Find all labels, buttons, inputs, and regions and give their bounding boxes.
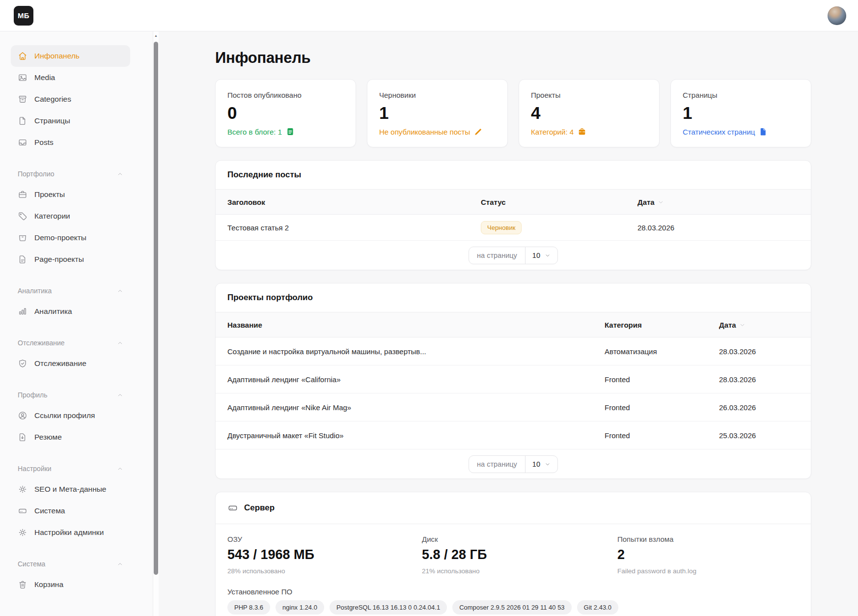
sidebar-item-system[interactable]: Система xyxy=(11,500,130,522)
scrollbar-up-arrow-icon[interactable]: ▲ xyxy=(153,33,159,38)
sidebar-nav: Инфопанель Media Categories Страницы Pos… xyxy=(11,45,130,595)
sidebar-item-label: Корзина xyxy=(34,580,63,589)
sidebar-item-projects[interactable]: Проекты xyxy=(11,184,130,205)
column-header-category: Категория xyxy=(605,321,719,329)
stat-footer-label: Статических страниц xyxy=(683,128,755,136)
sidebar-item-label: Инфопанель xyxy=(34,52,80,60)
app-root: МБ Инфопанель Media Categories xyxy=(0,0,858,616)
stat-value: 4 xyxy=(531,104,647,121)
project-name-cell: Адаптивный лендинг «California» xyxy=(227,375,605,384)
section-header-settings[interactable]: Настройки xyxy=(11,465,130,473)
software-badge: Composer 2.9.5 2026 01 29 11 40 53 xyxy=(452,600,571,615)
section-header-tracking[interactable]: Отслеживание xyxy=(11,339,130,347)
post-status-cell: Черновик xyxy=(481,221,637,234)
column-header-status: Статус xyxy=(481,198,637,206)
table-row[interactable]: Адаптивный лендинг «Nike Air Mag» Fronte… xyxy=(216,393,811,421)
project-date-cell: 28.03.2026 xyxy=(719,347,799,356)
per-page-control[interactable]: на страницу 10 xyxy=(469,247,558,264)
sidebar-item-seo-meta[interactable]: SEO и Мета-данные xyxy=(11,478,130,500)
per-page-select[interactable]: 10 xyxy=(526,456,557,473)
inbox-icon xyxy=(18,138,28,147)
server-stat-value: 5.8 / 28 ГБ xyxy=(422,547,617,562)
server-stat-label: Попытки взлома xyxy=(617,535,799,543)
sidebar-item-dashboard[interactable]: Инфопанель xyxy=(11,45,130,67)
sidebar-section-profile: Профиль Ссылки профиля Резюме xyxy=(11,391,130,448)
stat-footer-label: Категорий: 4 xyxy=(531,128,574,136)
sidebar-item-label: Аналитика xyxy=(34,307,72,316)
image-icon xyxy=(18,73,28,83)
stat-footer-link[interactable]: Не опубликованные посты xyxy=(379,127,496,136)
table-row[interactable]: Тестовая статья 2 Черновик 28.03.2026 xyxy=(216,215,811,241)
sidebar-item-portfolio-categories[interactable]: Категории xyxy=(11,205,130,227)
home-icon xyxy=(18,51,28,61)
sidebar-item-label: Система xyxy=(34,506,65,515)
section-header-profile[interactable]: Профиль xyxy=(11,391,130,399)
stat-footer-link[interactable]: Статических страниц xyxy=(683,127,799,136)
bar-chart-icon xyxy=(18,307,28,316)
column-header-date-sort[interactable]: Дата xyxy=(637,198,799,206)
column-header-label: Дата xyxy=(719,321,736,329)
chevron-up-icon xyxy=(117,466,123,472)
sidebar-section-portfolio: Портфолио Проекты Категории Demo-проекты xyxy=(11,170,130,270)
stat-footer-link[interactable]: Категорий: 4 xyxy=(531,127,647,136)
sidebar-item-label: Categories xyxy=(34,95,71,104)
sidebar-section-tracking: Отслеживание Отслеживание xyxy=(11,339,130,374)
scrollbar-thumb[interactable] xyxy=(154,42,158,575)
server-stat-disk: Диск 5.8 / 28 ГБ 21% использовано xyxy=(422,535,617,575)
table-row[interactable]: Двустраничный макет «Fit Studio» Fronted… xyxy=(216,421,811,449)
user-avatar[interactable] xyxy=(828,6,846,25)
section-title: Профиль xyxy=(18,391,47,399)
sidebar-item-label: Настройки админки xyxy=(34,528,104,537)
per-page-control[interactable]: на страницу 10 xyxy=(469,455,558,473)
project-date-cell: 25.03.2026 xyxy=(719,431,799,440)
sidebar-item-admin-settings[interactable]: Настройки админки xyxy=(11,522,130,543)
server-stat-caption: Failed password в auth.log xyxy=(617,567,799,575)
vertical-scrollbar[interactable]: ▲ xyxy=(153,31,159,616)
sidebar-item-profile-links[interactable]: Ссылки профиля xyxy=(11,405,130,426)
sidebar-item-categories[interactable]: Categories xyxy=(11,88,130,110)
sidebar-item-posts[interactable]: Posts xyxy=(11,132,130,153)
per-page-label: на страницу xyxy=(469,247,526,264)
sidebar-item-label: Ссылки профиля xyxy=(34,411,95,420)
software-badges: PHP 8.3.6 nginx 1.24.0 PostgreSQL 16.13 … xyxy=(227,600,799,615)
table-row[interactable]: Создание и настройка виртуальной машины,… xyxy=(216,337,811,365)
stat-value: 1 xyxy=(379,104,496,121)
sidebar-item-demo-projects[interactable]: Demo-проекты xyxy=(11,227,130,249)
sidebar-item-pages[interactable]: Страницы xyxy=(11,110,130,132)
sidebar-item-media[interactable]: Media xyxy=(11,67,130,88)
topbar: МБ xyxy=(0,0,858,31)
sidebar-item-page-projects[interactable]: Page-проекты xyxy=(11,249,130,270)
sidebar-item-analytics[interactable]: Аналитика xyxy=(11,301,130,322)
section-header-analytics[interactable]: Аналитика xyxy=(11,287,130,295)
stat-footer-label: Всего в блоге: 1 xyxy=(227,128,282,136)
per-page-select[interactable]: 10 xyxy=(526,247,557,264)
pagination-row: на страницу 10 xyxy=(216,449,811,478)
stats-row: Постов опубликовано 0 Всего в блоге: 1 Ч… xyxy=(215,79,811,147)
column-header-label: Дата xyxy=(637,198,655,206)
section-header-system[interactable]: Система xyxy=(11,560,130,568)
sidebar-section-settings: Настройки SEO и Мета-данные Система Наст… xyxy=(11,465,130,543)
project-category-cell: Автоматизация xyxy=(605,347,719,356)
sidebar-item-tracking[interactable]: Отслеживание xyxy=(11,353,130,374)
sidebar-item-resume[interactable]: Резюме xyxy=(11,426,130,448)
project-category-cell: Fronted xyxy=(605,375,719,384)
section-header-portfolio[interactable]: Портфолио xyxy=(11,170,130,178)
stat-footer-link[interactable]: Всего в блоге: 1 xyxy=(227,127,344,136)
briefcase-icon xyxy=(18,190,28,199)
project-category-cell: Fronted xyxy=(605,431,719,440)
sidebar-item-label: Page-проекты xyxy=(34,255,84,264)
column-header-date-sort[interactable]: Дата xyxy=(719,321,799,329)
recent-posts-card: Последние посты Заголовок Статус Дата Те… xyxy=(215,160,811,270)
card-title: Проекты портфолио xyxy=(216,283,811,312)
table-row[interactable]: Адаптивный лендинг «California» Fronted … xyxy=(216,365,811,393)
sidebar-item-trash[interactable]: Корзина xyxy=(11,574,130,595)
tray-icon xyxy=(18,233,28,243)
chevron-down-icon xyxy=(739,322,746,328)
stat-card-projects: Проекты 4 Категорий: 4 xyxy=(519,79,660,147)
hard-drive-icon xyxy=(227,503,238,513)
trash-icon xyxy=(18,580,28,589)
app-logo[interactable]: МБ xyxy=(14,6,33,26)
section-title: Система xyxy=(18,560,45,568)
sidebar-item-label: Posts xyxy=(34,138,54,147)
card-title: Последние посты xyxy=(216,161,811,189)
